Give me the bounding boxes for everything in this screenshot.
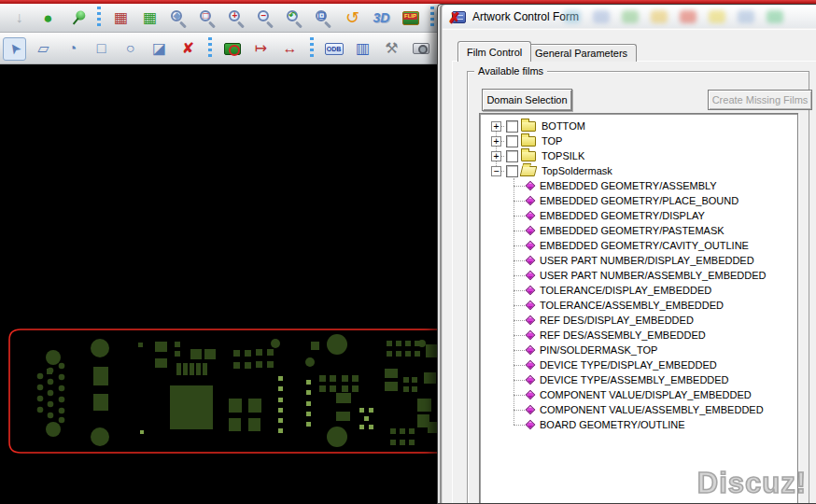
dialog-titlebar[interactable]: Artwork Control Form [443, 6, 816, 28]
undo-icon: ↺ [345, 9, 359, 26]
collapse-toggle[interactable]: − [491, 166, 501, 176]
film-folder-label[interactable]: BOTTOM [542, 120, 585, 132]
toolbar-separator [208, 37, 212, 60]
tools-icon[interactable]: ⚒ [380, 37, 403, 61]
shaded-rect-icon[interactable]: ◪ [148, 37, 171, 61]
board-highlight-icon[interactable] [220, 37, 244, 61]
film-layer-icon [526, 286, 536, 296]
tree-child-row[interactable]: USER PART NUMBER/DISPLAY_EMBEDDED [480, 253, 797, 268]
3d-view-icon: 3D [373, 10, 390, 25]
delete-icon[interactable]: ✘ [176, 37, 200, 61]
zoom-selection-icon[interactable]: ⊡ [312, 7, 335, 30]
app-window: ↓●▦▦◆□+−↶⊡↺3DFLIP▦ ➤▱◔□○◪✘↦↔ODB▥⚒R1 [0, 0, 816, 504]
tree-root-row[interactable]: +TOP [480, 133, 797, 148]
film-layer-label[interactable]: EMBEDDED GEOMETRY/ASSEMBLY [540, 180, 717, 191]
film-layer-label[interactable]: PIN/SOLDERMASK_TOP [540, 344, 657, 356]
tree-child-row[interactable]: PIN/SOLDERMASK_TOP [480, 343, 797, 357]
film-layer-label[interactable]: REF DES/ASSEMBLY_EMBEDDED [540, 329, 706, 341]
tab-film-control[interactable]: Film Control [457, 41, 531, 62]
film-checkbox[interactable] [506, 165, 518, 177]
tree-root-row[interactable]: +BOTTOM [480, 119, 797, 133]
tree-child-row[interactable]: COMPONENT VALUE/ASSEMBLY_EMBEDDED [480, 402, 797, 417]
polyline-icon[interactable]: ▱ [32, 37, 55, 61]
expand-toggle[interactable]: + [491, 151, 501, 161]
arc-icon[interactable]: ◔ [61, 37, 84, 61]
film-layer-label[interactable]: EMBEDDED GEOMETRY/CAVITY_OUTLINE [540, 240, 749, 251]
tree-dots [514, 260, 525, 261]
film-layer-label[interactable]: USER PART NUMBER/DISPLAY_EMBEDDED [540, 255, 754, 266]
film-checkbox[interactable] [506, 150, 518, 162]
tree-child-row[interactable]: REF DES/DISPLAY_EMBEDDED [480, 313, 797, 328]
film-layer-label[interactable]: DEVICE TYPE/ASSEMBLY_EMBEDDED [540, 374, 729, 385]
film-layer-label[interactable]: EMBEDDED GEOMETRY/PLACE_BOUND [540, 195, 739, 206]
ghost-toolbar-icon [680, 10, 696, 23]
tree-dots [501, 171, 504, 172]
ghost-toolbar-icon [622, 10, 639, 23]
tree-child-row[interactable]: REF DES/ASSEMBLY_EMBEDDED [480, 328, 797, 343]
film-folder-label[interactable]: TOPSILK [542, 150, 584, 161]
tree-child-row[interactable]: BOARD GEOMETRY/OUTLINE [480, 417, 797, 432]
film-layer-label[interactable]: TOLERANCE/DISPLAY_EMBEDDED [540, 285, 711, 296]
film-layer-label[interactable]: EMBEDDED GEOMETRY/DISPLAY [540, 210, 705, 221]
tree-child-row[interactable]: TOLERANCE/DISPLAY_EMBEDDED [480, 283, 797, 298]
film-layer-icon [526, 405, 536, 415]
color-dialog-grid-icon[interactable]: ▦ [109, 7, 133, 30]
tab-general-parameters[interactable]: General Parameters [526, 44, 637, 62]
film-layer-label[interactable]: COMPONENT VALUE/DISPLAY_EMBEDDED [540, 389, 752, 400]
expand-toggle[interactable]: + [491, 136, 501, 147]
zoom-shape-icon[interactable]: ◆ [167, 7, 190, 30]
tree-child-row[interactable]: TOLERANCE/ASSEMBLY_EMBEDDED [480, 298, 797, 313]
expand-toggle[interactable]: + [491, 121, 501, 132]
arc-icon: ◔ [68, 41, 77, 56]
dimension-edge-icon[interactable]: ↦ [249, 37, 273, 61]
tree-child-row[interactable]: EMBEDDED GEOMETRY/CAVITY_OUTLINE [480, 238, 797, 253]
film-layer-icon [526, 256, 536, 266]
tree-child-row[interactable]: COMPONENT VALUE/DISPLAY_EMBEDDED [480, 387, 797, 402]
film-layer-label[interactable]: COMPONENT VALUE/ASSEMBLY_EMBEDDED [540, 404, 764, 415]
film-checkbox[interactable] [506, 120, 518, 133]
tree-child-row[interactable]: EMBEDDED GEOMETRY/DISPLAY [480, 208, 797, 223]
film-layer-label[interactable]: DEVICE TYPE/DISPLAY_EMBEDDED [540, 359, 717, 371]
attach-down-arrow-icon[interactable]: ↓ [7, 7, 31, 30]
odb-export-icon[interactable]: ODB [322, 37, 345, 61]
film-folder-label[interactable]: TOP [542, 135, 562, 147]
film-folder-label[interactable]: TopSoldermask [542, 165, 612, 176]
film-layer-label[interactable]: USER PART NUMBER/ASSEMBLY_EMBEDDED [540, 270, 766, 281]
zoom-previous-icon[interactable]: ↶ [283, 7, 306, 30]
film-layer-label[interactable]: REF DES/DISPLAY_EMBEDDED [540, 315, 694, 326]
dimension-span-icon[interactable]: ↔ [278, 37, 302, 61]
zoom-in-icon[interactable]: + [225, 7, 248, 30]
camera-icon[interactable] [409, 37, 432, 61]
film-layer-label[interactable]: TOLERANCE/ASSEMBLY_EMBEDDED [540, 300, 724, 311]
film-checkbox[interactable] [506, 135, 518, 147]
tree-child-row[interactable]: EMBEDDED GEOMETRY/ASSEMBLY [480, 178, 797, 193]
tree-child-row[interactable]: EMBEDDED GEOMETRY/PASTEMASK [480, 223, 797, 238]
rectangle-icon[interactable]: □ [90, 37, 113, 61]
green-orb-icon[interactable]: ● [36, 7, 60, 30]
tree-root-row[interactable]: −TopSoldermask [480, 163, 797, 178]
domain-selection-button[interactable]: Domain Selection [482, 89, 572, 111]
tree-child-row[interactable]: EMBEDDED GEOMETRY/PLACE_BOUND [480, 193, 797, 208]
tree-root-row[interactable]: +TOPSILK [480, 148, 797, 163]
pushpin-icon[interactable] [65, 7, 89, 30]
zoom-out-icon[interactable]: − [254, 7, 277, 30]
zoom-rect-icon[interactable]: □ [196, 7, 219, 30]
toolbar-separator [430, 7, 434, 29]
undo-icon[interactable]: ↺ [341, 7, 364, 30]
select-arrow-icon[interactable]: ➤ [3, 37, 26, 61]
tree-child-row[interactable]: DEVICE TYPE/ASSEMBLY_EMBEDDED [480, 372, 797, 387]
3d-view-icon[interactable]: 3D [370, 7, 393, 30]
layer-table-icon[interactable]: ▥ [351, 37, 374, 61]
films-tree[interactable]: +BOTTOM+TOP+TOPSILK−TopSoldermaskEMBEDDE… [479, 113, 798, 504]
tree-child-row[interactable]: DEVICE TYPE/DISPLAY_EMBEDDED [480, 357, 797, 372]
layer-table-icon: ▥ [356, 41, 370, 56]
tree-child-row[interactable]: USER PART NUMBER/ASSEMBLY_EMBEDDED [480, 268, 797, 283]
film-layer-icon [526, 345, 536, 356]
design-canvas[interactable] [0, 64, 446, 504]
circle-icon[interactable]: ○ [119, 37, 142, 61]
film-layer-label[interactable]: EMBEDDED GEOMETRY/PASTEMASK [540, 225, 725, 236]
flip-design-icon[interactable]: FLIP [399, 7, 422, 30]
film-layer-label[interactable]: BOARD GEOMETRY/OUTLINE [540, 419, 685, 430]
tree-dots [514, 335, 525, 336]
grid-toggle-icon[interactable]: ▦ [138, 7, 162, 30]
